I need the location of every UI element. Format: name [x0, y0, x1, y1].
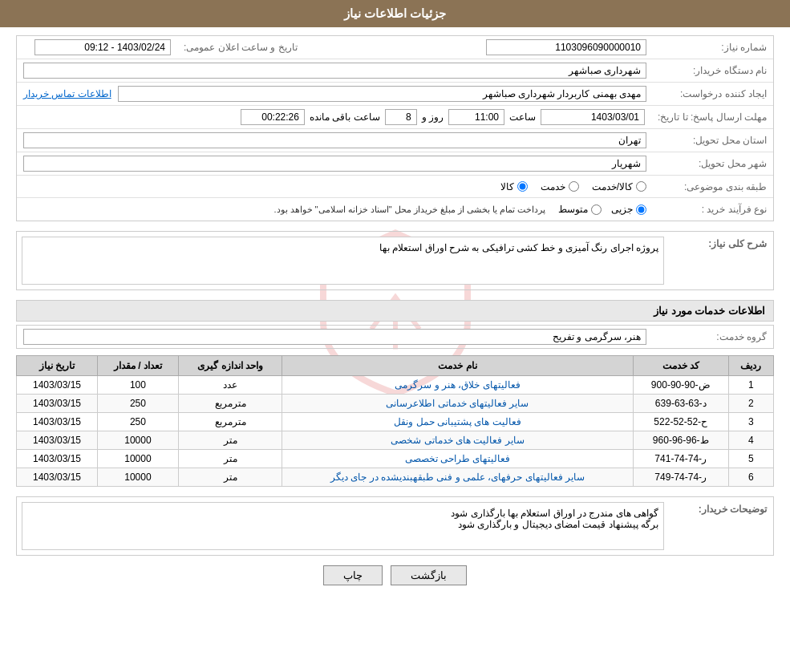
- process-label: نوع فرآیند خرید :: [653, 200, 773, 218]
- print-button[interactable]: چاپ: [323, 565, 383, 585]
- buying-org-value-cell: [17, 59, 653, 82]
- td-name: فعالیتهای خلاق، هنر و سرگرمی: [282, 376, 634, 395]
- creator-value-cell: اطلاعات تماس خریدار: [17, 83, 653, 105]
- td-code: ط-96-96-960: [633, 431, 728, 450]
- process-value-cell: جزیی متوسط پرداخت تمام یا بخشی از مبلغ خ…: [17, 200, 653, 218]
- td-qty: 10000: [98, 468, 179, 487]
- process-jozei-label: جزیی: [611, 204, 633, 215]
- type-khadamat-option[interactable]: خدمت: [541, 181, 579, 192]
- deadline-row: مهلت ارسال پاسخ: تا تاریخ: ساعت روز و سا…: [17, 106, 773, 129]
- process-jozei-radio[interactable]: [636, 204, 646, 215]
- td-date: 1403/03/15: [17, 468, 98, 487]
- table-row: 1 ض-90-90-900 فعالیتهای خلاق، هنر و سرگر…: [17, 376, 774, 395]
- services-section-title: اطلاعات خدمات مورد نیاز: [16, 300, 774, 322]
- buying-org-input[interactable]: [23, 63, 646, 79]
- td-row-num: 3: [728, 413, 773, 431]
- col-code: کد خدمت: [633, 356, 728, 376]
- td-code: ر-74-74-749: [633, 468, 728, 487]
- creator-input[interactable]: [118, 86, 646, 102]
- buyer-notes-label: توضیحات خریدار:: [669, 497, 773, 518]
- deadline-time-label: ساعت: [509, 111, 536, 123]
- td-date: 1403/03/15: [17, 395, 98, 413]
- td-qty: 10000: [98, 450, 179, 468]
- group-service-label: گروه خدمت:: [653, 328, 773, 346]
- process-jozei-option[interactable]: جزیی: [611, 204, 646, 215]
- td-date: 1403/03/15: [17, 431, 98, 450]
- buyer-notes-text: گواهی های مندرج در اوراق استعلام بها بار…: [451, 508, 658, 530]
- announce-label: تاریخ و ساعت اعلان عمومی:: [177, 38, 304, 56]
- city-value-cell: [17, 152, 653, 175]
- deadline-days-input[interactable]: [385, 109, 417, 125]
- td-date: 1403/03/15: [17, 450, 98, 468]
- province-input[interactable]: [23, 132, 646, 148]
- td-qty: 10000: [98, 431, 179, 450]
- td-code: د-63-63-639: [633, 395, 728, 413]
- deadline-value-cell: ساعت روز و ساعت باقی مانده: [17, 106, 651, 128]
- type-kala-option[interactable]: کالا: [500, 181, 528, 192]
- group-service-input[interactable]: [23, 329, 646, 345]
- td-name: سایر فعالیتهای خدماتی اطلاعرسانی: [282, 395, 634, 413]
- td-name: سایر فعالیت های خدماتی شخصی: [282, 431, 634, 450]
- type-kala-khadamat-option[interactable]: کالا/خدمت: [592, 181, 646, 192]
- td-qty: 250: [98, 413, 179, 431]
- buying-org-label: نام دستگاه خریدار:: [653, 62, 773, 79]
- page-title: جزئیات اطلاعات نیاز: [344, 6, 446, 20]
- creator-contact-link[interactable]: اطلاعات تماس خریدار: [23, 88, 111, 99]
- col-name: نام خدمت: [282, 356, 634, 376]
- basic-info-section: شماره نیاز: تاریخ و ساعت اعلان عمومی: نا…: [16, 35, 774, 221]
- deadline-days-label: روز و: [422, 111, 444, 123]
- buttons-row: بازگشت چاپ: [16, 565, 774, 585]
- need-number-label: شماره نیاز:: [653, 38, 773, 56]
- td-code: ر-74-74-741: [633, 450, 728, 468]
- type-kala-radio[interactable]: [517, 181, 528, 192]
- type-kala-khadamat-label: کالا/خدمت: [592, 181, 633, 192]
- services-tbody: 1 ض-90-90-900 فعالیتهای خلاق، هنر و سرگر…: [17, 376, 774, 487]
- deadline-label: مهلت ارسال پاسخ: تا تاریخ:: [651, 108, 773, 126]
- province-value-cell: [17, 129, 653, 152]
- td-unit: مترمربع: [178, 413, 282, 431]
- table-row: 5 ر-74-74-741 فعالیتهای طراحی تخصصی متر …: [17, 450, 774, 468]
- td-unit: متر: [178, 431, 282, 450]
- page-header: جزئیات اطلاعات نیاز: [0, 0, 790, 27]
- td-date: 1403/03/15: [17, 413, 98, 431]
- td-row-num: 2: [728, 395, 773, 413]
- table-header-row: ردیف کد خدمت نام خدمت واحد اندازه گیری ت…: [17, 356, 774, 376]
- col-row-num: ردیف: [728, 356, 773, 376]
- td-qty: 100: [98, 376, 179, 395]
- type-khadamat-label: خدمت: [541, 181, 565, 192]
- deadline-date-input[interactable]: [541, 109, 645, 125]
- deadline-time-input[interactable]: [448, 109, 504, 125]
- need-number-input[interactable]: [486, 39, 646, 55]
- announce-value-cell: [17, 36, 177, 59]
- td-date: 1403/03/15: [17, 376, 98, 395]
- city-input[interactable]: [23, 156, 646, 172]
- need-description-box: پروژه اجرای رنگ آمیزی و خط کشی ترافیکی ب…: [22, 237, 664, 285]
- province-row: استان محل تحویل:: [17, 129, 773, 152]
- need-description-label: شرح کلی نیاز:: [669, 232, 773, 253]
- need-number-row: شماره نیاز: تاریخ و ساعت اعلان عمومی:: [17, 36, 773, 59]
- city-row: شهر محل تحویل:: [17, 152, 773, 176]
- type-row: طبقه بندی موضوعی: کالا/خدمت خدمت کالا: [17, 176, 773, 198]
- type-radio-group: کالا/خدمت خدمت کالا: [17, 178, 653, 196]
- td-unit: متر: [178, 468, 282, 487]
- buyer-notes-section: توضیحات خریدار: گواهی های مندرج در اوراق…: [16, 496, 774, 556]
- type-khadamat-radio[interactable]: [569, 181, 579, 192]
- creator-label: ایجاد کننده درخواست:: [653, 85, 773, 103]
- deadline-remain-input[interactable]: [241, 109, 305, 125]
- table-row: 2 د-63-63-639 سایر فعالیتهای خدماتی اطلا…: [17, 395, 774, 413]
- back-button[interactable]: بازگشت: [391, 565, 467, 585]
- process-motavaset-option[interactable]: متوسط: [558, 204, 602, 215]
- creator-row: ایجاد کننده درخواست: اطلاعات تماس خریدار: [17, 83, 773, 106]
- td-name: فعالیت های پشتیبانی حمل ونقل: [282, 413, 634, 431]
- td-unit: مترمربع: [178, 395, 282, 413]
- td-qty: 250: [98, 395, 179, 413]
- type-kala-khadamat-radio[interactable]: [636, 181, 646, 192]
- td-row-num: 1: [728, 376, 773, 395]
- col-date: تاریخ نیاز: [17, 356, 98, 376]
- group-service-value-cell: [17, 326, 653, 348]
- city-label: شهر محل تحویل:: [653, 155, 773, 172]
- process-motavaset-radio[interactable]: [591, 204, 602, 215]
- process-row: نوع فرآیند خرید : جزیی متوسط: [17, 198, 773, 221]
- td-row-num: 5: [728, 450, 773, 468]
- announce-input[interactable]: [34, 39, 171, 55]
